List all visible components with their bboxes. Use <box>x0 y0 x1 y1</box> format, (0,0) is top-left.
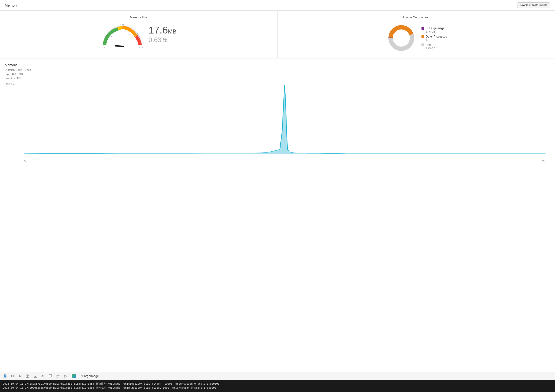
svg-point-12 <box>4 375 6 377</box>
svg-marker-10 <box>24 85 546 154</box>
legend-name-other-processes: Other Processes <box>426 35 447 38</box>
spacer <box>0 353 555 372</box>
svg-text:1GB: 1GB <box>120 24 124 26</box>
x-axis-end: 188s <box>540 160 546 163</box>
legend-value-bzlargeimage: 17.6 MB <box>422 30 447 33</box>
svg-rect-14 <box>13 375 14 377</box>
x-axis-labels: 0s 188s <box>24 160 546 163</box>
chart-y-max-label: 426.6 MB <box>6 83 16 86</box>
upload-icon[interactable] <box>25 374 30 378</box>
donut-container: BZLargeImage 17.6 MB Other Processes 1.2… <box>386 22 447 53</box>
send-icon[interactable] <box>63 374 68 378</box>
page-title: Memory <box>5 3 18 7</box>
legend-item-free: Free 1.49 GB <box>422 43 447 50</box>
gauge-svg: 0GB 0.7GB 1GB 2GB 3GB <box>101 22 144 48</box>
top-panels: Memory Use <box>0 11 555 58</box>
svg-point-24 <box>57 377 58 377</box>
memory-percent: 0.63% <box>148 36 176 44</box>
legend-color-bzlargeimage <box>422 27 424 30</box>
toolbar-app-name: BZLargeImage <box>78 374 99 378</box>
chart-plot-area: 426.6 MB 0s 188s <box>24 83 546 163</box>
legend-name-bzlargeimage: BZLargeImage <box>426 27 445 30</box>
pause-icon[interactable] <box>18 374 22 378</box>
donut-svg <box>386 22 417 53</box>
memory-main-value: 17.6MB <box>148 25 176 35</box>
app-header: Memory Profile in Instruments <box>0 0 555 11</box>
usage-comparison-panel: Usage Comparison <box>278 11 555 58</box>
chart-title: Memory <box>5 63 31 67</box>
chart-low: Low: Zero KB <box>5 76 31 80</box>
svg-text:0GB: 0GB <box>101 46 105 48</box>
svg-point-22 <box>57 375 58 376</box>
gauge-values: 17.6MB 0.63% <box>148 25 176 44</box>
log-line-1: 2018-09-04 11:17:08.557391+0800 BZLargeI… <box>3 382 552 386</box>
svg-rect-21 <box>49 375 51 378</box>
log-line-2: 2018-09-04 11:17:09.082685+0800 BZLargeI… <box>3 386 552 390</box>
profile-instruments-button[interactable]: Profile in Instruments <box>517 2 550 8</box>
svg-rect-13 <box>11 375 12 377</box>
legend: BZLargeImage 17.6 MB Other Processes 1.2… <box>422 27 447 50</box>
run-icon[interactable] <box>10 374 15 378</box>
chart-high: High: 426.6 MB <box>5 72 31 77</box>
branch-icon[interactable] <box>56 374 60 378</box>
upload2-icon[interactable] <box>40 374 45 378</box>
svg-text:3GB: 3GB <box>139 46 143 48</box>
svg-text:0.7GB: 0.7GB <box>106 35 112 38</box>
chart-svg <box>24 83 546 159</box>
gauge-container: 0GB 0.7GB 1GB 2GB 3GB 17.6MB 0.63% <box>101 22 176 46</box>
legend-item-bzlargeimage: BZLargeImage 17.6 MB <box>422 27 447 33</box>
x-axis-start: 0s <box>24 160 26 163</box>
legend-value-free: 1.49 GB <box>422 47 447 50</box>
legend-value-other-processes: 1.21 GB <box>422 38 447 41</box>
memory-use-panel: Memory Use <box>0 11 278 58</box>
svg-point-23 <box>58 375 59 376</box>
chart-info: Memory Duration: 1 min 13 sec High: 426.… <box>5 63 31 80</box>
usage-comparison-title: Usage Comparison <box>403 15 430 19</box>
svg-marker-15 <box>19 375 21 377</box>
legend-item-other-processes: Other Processes 1.21 GB <box>422 35 447 41</box>
record-icon[interactable] <box>2 374 7 378</box>
legend-color-other-processes <box>422 35 424 38</box>
toolbar-app-info: BZLargeImage <box>72 374 99 378</box>
svg-text:2GB: 2GB <box>134 33 138 35</box>
log-area: 2018-09-04 11:17:08.557391+0800 BZLargeI… <box>0 380 555 392</box>
chart-header: Memory Duration: 1 min 13 sec High: 426.… <box>5 63 550 80</box>
gauge-needle <box>115 45 124 47</box>
legend-name-free: Free <box>426 43 432 47</box>
copy-icon[interactable] <box>48 374 53 378</box>
chart-duration: Duration: 1 min 13 sec <box>5 68 31 72</box>
toolbar: BZLargeImage <box>0 372 555 380</box>
download-icon[interactable] <box>33 374 37 378</box>
memory-use-title: Memory Use <box>130 15 147 19</box>
legend-color-free <box>422 44 424 46</box>
chart-area: Memory Duration: 1 min 13 sec High: 426.… <box>0 58 555 353</box>
chart-stats: Duration: 1 min 13 sec High: 426.6 MB Lo… <box>5 68 31 80</box>
app-icon <box>72 374 76 378</box>
gauge-svg-wrapper: 0GB 0.7GB 1GB 2GB 3GB <box>101 22 144 46</box>
